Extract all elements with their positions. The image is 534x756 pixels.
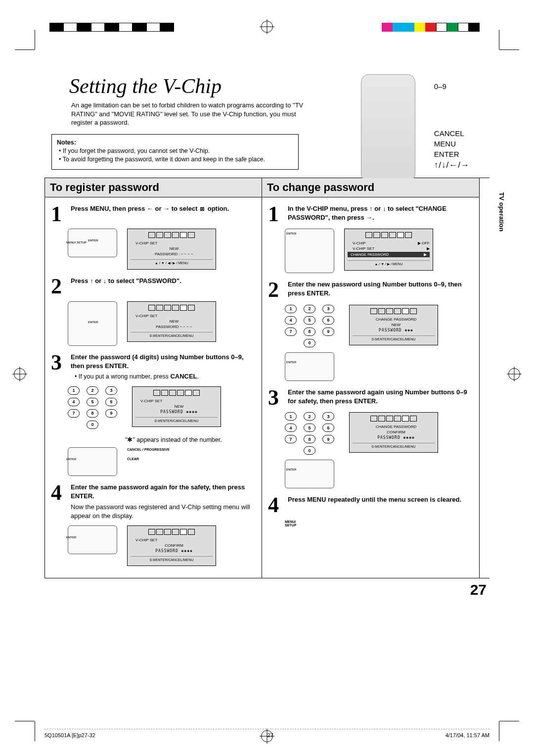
osd-line: PASSWORD ✱✱✱ [353, 328, 435, 332]
osd-footer: 0-9/ENTER/CANCEL/MENU [131, 332, 213, 337]
change-password-column: To change password 1 In the V-CHIP menu,… [262, 178, 480, 578]
numpad-key: 2 [304, 305, 315, 313]
callout-cancel: CANCEL [434, 129, 470, 138]
osd-screen: V-CHIP SET NEW PASSWORD : − − − − ▲ / ▼ … [127, 229, 216, 270]
osd-line: PASSWORD ✱✱✱✱ [135, 410, 218, 414]
number-pad: 1 2 3 4 5 6 7 8 9 0 [285, 305, 339, 347]
change-heading: To change password [262, 178, 479, 197]
numpad-key: 3 [322, 305, 334, 313]
osd-footer: 0-9/ENTER/CANCEL/MENU [135, 417, 218, 423]
remote-diagram: ENTER [285, 352, 334, 381]
osd-line: CONFIRM [353, 430, 435, 434]
osd-footer: ▲ / ▼ / ◀ / ▶ / MENU [131, 259, 213, 265]
osd-footer: ▲ / ▼ / ▶ / MENU [348, 260, 430, 266]
numpad-key: 1 [285, 305, 297, 313]
step-text: Enter the same password again for the sa… [71, 483, 245, 500]
numpad-key: 8 [304, 328, 315, 336]
register-step-3: 3 Enter the password (4 digits) using Nu… [51, 353, 256, 381]
color-bars [382, 23, 480, 32]
remote-diagram: ENTER [68, 301, 117, 346]
numpad-key: 9 [105, 409, 117, 418]
osd-line: CONFIRM [131, 543, 213, 548]
enter-button-label: ENTER [286, 468, 296, 471]
osd-line: NEW [353, 323, 435, 327]
osd-screen: CHANGE PASSWORD CONFIRM PASSWORD ✱✱✱✱ 0-… [349, 412, 438, 453]
registration-mark-icon [508, 368, 520, 380]
step-text: Press ↑ or ↓ to select "PASSWORD". [71, 277, 181, 284]
imprint-file: 5Q10501A [E]p27-32 [44, 732, 95, 738]
osd-line: PASSWORD − − − − [131, 325, 213, 329]
osd-footer: 0-9/ENTER/CANCEL/MENU [131, 556, 213, 562]
remote-diagram: ENTER [68, 447, 117, 476]
numpad-key: 6 [322, 316, 334, 325]
registration-mark-icon [14, 368, 26, 380]
numpad-key: 3 [322, 412, 334, 421]
osd-screen: V-CHIP▶ OFF V-CHIP SET▶ CHANGE PASSWORD▶… [344, 229, 433, 271]
note-item: To avoid forgetting the password, write … [59, 155, 293, 164]
osd-footer: 0-9/ENTER/CANCEL/MENU [353, 443, 435, 448]
enter-button-label: ENTER [88, 321, 98, 324]
step-text: Enter the new password using Number butt… [288, 281, 462, 297]
osd-line: CHANGE PASSWORD [353, 317, 435, 322]
step-number: 3 [51, 353, 66, 381]
step-number: 2 [51, 277, 66, 296]
register-step-4: 4 Enter the same password again for the … [51, 483, 256, 521]
osd-screen: V-CHIP SET NEW PASSWORD ✱✱✱✱ 0-9/ENTER/C… [132, 386, 221, 427]
change-step-1: 1 In the V-CHIP menu, press ↑ or ↓ to se… [268, 204, 473, 224]
callout-enter: ENTER [434, 150, 470, 158]
osd-line: CHANGE PASSWORD [353, 425, 435, 429]
register-password-column: To register password 1 Press MENU, then … [44, 178, 262, 578]
remote-diagram: MENU/ SETUP ENTER [68, 229, 117, 257]
numpad-key: 2 [87, 386, 98, 395]
step-text: In the V-CHIP menu, press ↑ or ↓ to sele… [288, 205, 446, 221]
step-number: 4 [268, 495, 283, 515]
cancel-label: CANCEL [170, 373, 197, 380]
enter-button-label: ENTER [286, 361, 296, 364]
change-step-3: 3 Enter the same password again using Nu… [268, 388, 473, 408]
number-pad: 1 2 3 4 5 6 7 8 9 0 [68, 386, 122, 429]
osd-screen: V-CHIP SET NEW PASSWORD − − − − 0-9/ENTE… [127, 301, 216, 342]
numpad-key: 4 [68, 398, 80, 406]
callout-menu: MENU [434, 140, 470, 148]
page-content: Setting the V-Chip An age limitation can… [44, 74, 490, 578]
osd-line: V-CHIP SET [135, 399, 218, 403]
numpad-key: 8 [87, 409, 98, 418]
numpad-key: 4 [285, 424, 297, 432]
section-tab: TV operation [498, 192, 505, 232]
numpad-key: 9 [322, 328, 334, 336]
register-step-2: 2 Press ↑ or ↓ to select "PASSWORD". [51, 277, 256, 296]
osd-line: CHANGE PASSWORD▶ [348, 252, 430, 257]
remote-diagram: ENTER [285, 460, 334, 488]
change-step-4: 4 Press MENU repeatedly until the menu s… [268, 495, 473, 515]
numpad-key: 1 [285, 412, 297, 421]
step-result: Now the password was registered and V-Ch… [71, 503, 256, 520]
cancel-prog-label: CANCEL / PROGRESSIVE [127, 448, 170, 451]
step-text: Press MENU repeatedly until the menu scr… [288, 496, 461, 503]
osd-line: PASSWORD ✱✱✱✱ [131, 549, 213, 553]
callout-numbers: 0–9 [434, 82, 470, 91]
osd-line: V-CHIP SET▶ [348, 246, 430, 251]
osd-line: V-CHIP SET [131, 241, 213, 245]
numpad-key: 3 [105, 386, 117, 395]
notes-heading: Notes: [57, 139, 76, 146]
osd-footer: 0-9/ENTER/CANCEL/MENU [353, 335, 435, 341]
numpad-key: 7 [68, 409, 80, 418]
step-text: Enter the same password again using Numb… [288, 388, 467, 405]
remote-illustration [361, 74, 415, 183]
numpad-key: 7 [285, 435, 297, 443]
numpad-key: 6 [322, 424, 334, 432]
osd-line: V-CHIP▶ OFF [348, 241, 430, 245]
numpad-key: 6 [105, 398, 117, 406]
page-title: Setting the V-Chip [69, 74, 490, 98]
osd-line: NEW [131, 246, 213, 251]
osd-line: PASSWORD : − − − − [131, 252, 213, 256]
enter-button-label: ENTER [66, 536, 76, 539]
page-number: 27 [470, 581, 487, 598]
imprint-footer: 5Q10501A [E]p27-32 27 4/17/04, 11:57 AM [44, 729, 490, 738]
registration-mark-icon [261, 21, 273, 33]
step-text: Enter the password (4 digits) using Numb… [71, 353, 244, 370]
step-number: 1 [51, 204, 66, 224]
remote-diagram: ENTER [285, 229, 334, 273]
enter-button-label: ENTER [66, 458, 76, 461]
osd-screen: CHANGE PASSWORD NEW PASSWORD ✱✱✱ 0-9/ENT… [349, 305, 438, 345]
